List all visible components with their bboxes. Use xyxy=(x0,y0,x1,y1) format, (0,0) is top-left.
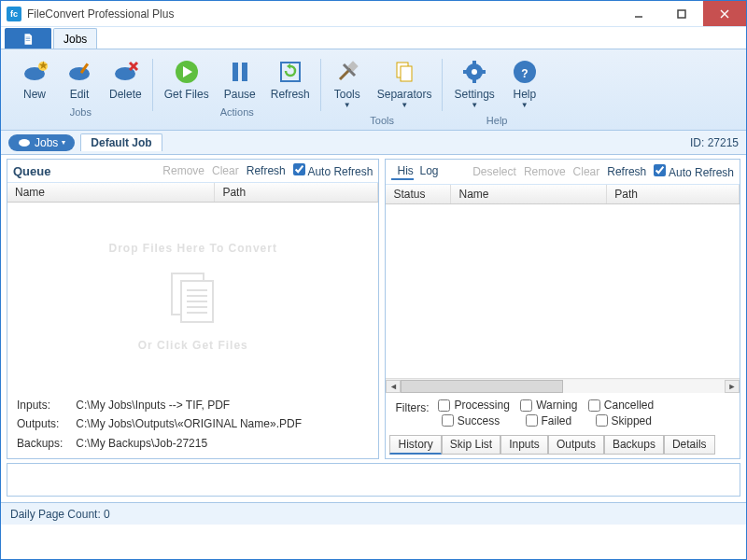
svg-rect-22 xyxy=(401,66,412,81)
ribbon: ★ New Edit Delete Jobs Get Files Pause xyxy=(1,49,746,131)
scroll-right-icon[interactable]: ► xyxy=(725,380,740,393)
play-icon xyxy=(172,57,202,87)
history-columns: Status Name Path xyxy=(386,185,740,204)
documents-icon xyxy=(161,264,226,329)
gear-icon xyxy=(459,57,489,87)
group-label-tools: Tools xyxy=(370,115,394,128)
app-tabstrip: Jobs xyxy=(1,27,746,49)
filter-skipped[interactable]: Skipped xyxy=(596,414,652,427)
help-button[interactable]: ? Help ▼ xyxy=(502,55,547,111)
chevron-down-icon: ▼ xyxy=(471,101,478,109)
history-deselect[interactable]: Deselect xyxy=(472,165,516,178)
queue-columns: Name Path xyxy=(7,183,378,203)
queue-refresh[interactable]: Refresh xyxy=(247,164,286,177)
history-bottom-tabs: History Skip List Inputs Outputs Backups… xyxy=(386,435,740,458)
inputs-path: C:\My Jobs\Inputs --> TIF, PDF xyxy=(76,399,230,412)
col-name[interactable]: Name xyxy=(451,185,607,203)
drop-text-2: Or Click Get Files xyxy=(138,339,248,352)
svg-point-7 xyxy=(69,67,90,80)
tools-icon xyxy=(332,57,362,87)
scroll-thumb[interactable] xyxy=(401,380,562,393)
jobs-pill[interactable]: Jobs ▾ xyxy=(8,134,75,151)
history-remove[interactable]: Remove xyxy=(524,165,566,178)
delete-icon xyxy=(110,57,140,87)
edit-icon xyxy=(64,57,94,87)
queue-remove[interactable]: Remove xyxy=(162,164,204,177)
history-refresh[interactable]: Refresh xyxy=(607,165,646,178)
filter-failed[interactable]: Failed xyxy=(526,414,572,427)
job-id: ID: 27215 xyxy=(690,136,739,149)
drop-text-1: Drop Files Here To Convert xyxy=(108,242,276,255)
minimize-button[interactable] xyxy=(617,1,660,26)
window-title: FileConvert Professional Plus xyxy=(27,7,617,21)
tab-history[interactable]: History xyxy=(389,435,441,455)
group-label-jobs: Jobs xyxy=(70,106,92,119)
refresh-icon xyxy=(275,57,305,87)
col-name[interactable]: Name xyxy=(7,183,215,202)
help-icon: ? xyxy=(510,57,540,87)
app-icon: fc xyxy=(7,7,21,21)
history-subtab[interactable]: History xyxy=(391,163,414,180)
jobs-tab[interactable]: Jobs xyxy=(53,28,97,49)
file-tab[interactable] xyxy=(5,28,51,49)
filter-processing[interactable]: Processing xyxy=(438,399,509,412)
svg-rect-15 xyxy=(242,63,247,81)
settings-button[interactable]: Settings ▼ xyxy=(446,55,501,111)
tools-button[interactable]: Tools ▼ xyxy=(325,55,370,111)
svg-rect-1 xyxy=(678,10,685,18)
queue-paths: Inputs: C:\My Jobs\Inputs --> TIF, PDF O… xyxy=(7,390,378,458)
queue-clear[interactable]: Clear xyxy=(212,164,239,177)
separators-button[interactable]: Separators ▼ xyxy=(370,55,440,111)
maximize-button[interactable] xyxy=(660,1,703,26)
lower-panel xyxy=(7,463,740,497)
svg-text:?: ? xyxy=(521,67,528,80)
chevron-down-icon: ▾ xyxy=(62,138,65,147)
tab-skiplist[interactable]: Skip List xyxy=(442,435,500,455)
tab-backups[interactable]: Backups xyxy=(604,435,664,455)
statusbar: Daily Page Count: 0 xyxy=(1,502,746,525)
tab-outputs[interactable]: Outputs xyxy=(548,435,604,455)
horizontal-scrollbar[interactable]: ◄ ► xyxy=(386,378,740,393)
history-panel: History Log Deselect Remove Clear Refres… xyxy=(385,159,740,459)
log-subtab[interactable]: Log xyxy=(414,163,444,180)
delete-button[interactable]: Delete xyxy=(102,55,149,103)
edit-button[interactable]: Edit xyxy=(57,55,102,103)
outputs-path: C:\My Jobs\Outputs\«ORIGINAL Name».PDF xyxy=(76,417,302,430)
history-filters: Filters: Processing Warning Cancelled Su… xyxy=(386,393,740,435)
svg-point-24 xyxy=(472,69,477,75)
queue-auto-refresh[interactable]: Auto Refresh xyxy=(293,163,374,178)
get-files-button[interactable]: Get Files xyxy=(157,55,217,103)
new-button[interactable]: ★ New xyxy=(12,55,57,103)
queue-dropzone[interactable]: Drop Files Here To Convert Or Click Get … xyxy=(7,203,378,390)
refresh-button[interactable]: Refresh xyxy=(263,55,317,103)
history-clear[interactable]: Clear xyxy=(573,165,600,178)
svg-rect-14 xyxy=(233,63,238,81)
titlebar: fc FileConvert Professional Plus xyxy=(1,1,746,27)
history-auto-refresh[interactable]: Auto Refresh xyxy=(654,164,734,179)
separators-icon xyxy=(389,57,419,87)
col-status[interactable]: Status xyxy=(386,185,451,203)
filter-success[interactable]: Success xyxy=(442,414,500,427)
svg-point-31 xyxy=(19,139,30,147)
pause-button[interactable]: Pause xyxy=(217,55,263,103)
pause-icon xyxy=(225,57,255,87)
svg-text:★: ★ xyxy=(38,61,49,72)
tab-inputs[interactable]: Inputs xyxy=(500,435,548,455)
chevron-down-icon: ▼ xyxy=(344,101,351,109)
default-job-tab[interactable]: Default Job xyxy=(80,133,162,151)
filter-cancelled[interactable]: Cancelled xyxy=(588,399,654,412)
group-label-actions: Actions xyxy=(220,106,254,119)
history-list xyxy=(386,204,740,378)
pill-icon xyxy=(18,138,31,147)
page-count: Daily Page Count: 0 xyxy=(10,508,110,521)
scroll-left-icon[interactable]: ◄ xyxy=(386,380,401,393)
group-label-help: Help xyxy=(486,115,508,128)
filter-warning[interactable]: Warning xyxy=(520,399,577,412)
col-path[interactable]: Path xyxy=(607,185,740,203)
col-path[interactable]: Path xyxy=(215,183,378,202)
backups-path: C:\My Backups\Job-27215 xyxy=(76,437,207,450)
chevron-down-icon: ▼ xyxy=(401,101,408,109)
close-button[interactable] xyxy=(703,1,746,26)
job-tabstrip: Jobs ▾ Default Job ID: 27215 xyxy=(1,131,746,155)
tab-details[interactable]: Details xyxy=(664,435,715,455)
